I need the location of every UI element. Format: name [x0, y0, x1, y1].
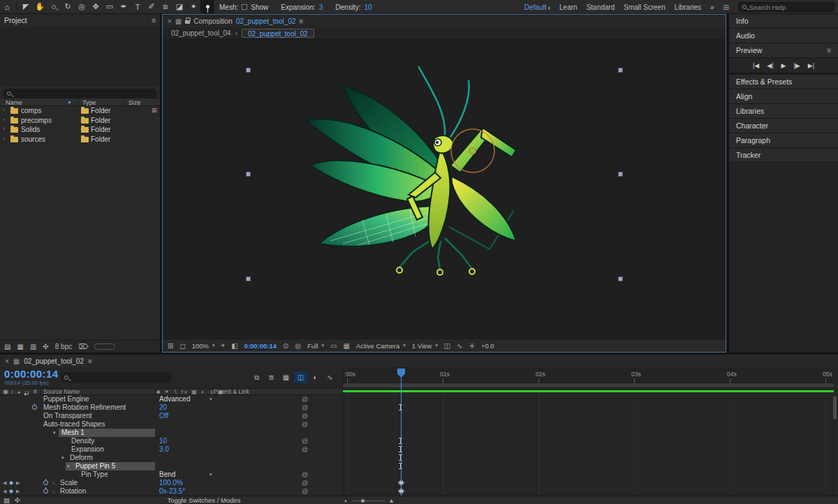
interpret-footage-icon[interactable]: ▤	[4, 343, 10, 350]
keyframe-toggle-icon[interactable]: ◆	[9, 479, 13, 487]
next-frame-button[interactable]: |▶	[793, 62, 800, 69]
project-row-sources[interactable]: › sources Folder	[0, 135, 160, 144]
value-scale[interactable]: 100.0%	[159, 479, 183, 487]
panel-menu-icon[interactable]: ≡	[152, 16, 156, 24]
hide-shy-layers-icon[interactable]: ▦	[279, 371, 293, 383]
pin-type-dropdown[interactable]: Bend	[159, 470, 175, 479]
solo-icon[interactable]: ●	[17, 389, 20, 395]
workspace-manager-icon[interactable]: ⊞	[723, 3, 729, 11]
previous-frame-button[interactable]: ◀|	[767, 62, 773, 69]
grid-guides-icon[interactable]: ⊞	[168, 342, 173, 350]
zoom-tool-icon[interactable]	[47, 0, 61, 13]
previous-keyframe-icon[interactable]: ◀	[3, 487, 6, 496]
zoom-out-icon[interactable]: ▲	[344, 498, 348, 503]
row-puppet-pin-5[interactable]: ▾ Puppet Pin 5	[0, 462, 342, 470]
sort-ascending-icon[interactable]: ▲	[67, 99, 72, 104]
pickwhip-icon[interactable]: @	[302, 412, 308, 420]
row-scale[interactable]: ◀ ◆ ▶ ∟ Scale 100.0% @	[0, 479, 342, 487]
brush-tool-icon[interactable]: ✐	[145, 0, 159, 13]
workspace-libraries[interactable]: Libraries	[675, 3, 701, 11]
panel-menu-icon[interactable]: ≡	[300, 17, 304, 25]
panel-paragraph[interactable]: Paragraph	[729, 133, 838, 148]
composition-viewport[interactable]	[163, 40, 726, 339]
twirl-icon[interactable]: ›	[3, 117, 5, 123]
keyframe-toggle-icon[interactable]: ◆	[9, 487, 13, 496]
pickwhip-icon[interactable]: @	[302, 395, 308, 403]
home-icon[interactable]: ⌂	[0, 0, 14, 13]
timeline-search[interactable]	[60, 372, 172, 383]
project-search[interactable]	[3, 89, 157, 98]
lock-icon[interactable]	[185, 20, 190, 24]
pickwhip-icon[interactable]: @	[302, 445, 308, 454]
zoom-select[interactable]: 100%▾	[192, 342, 215, 350]
pixel-aspect-icon[interactable]: ◫	[444, 342, 450, 350]
next-keyframe-icon[interactable]: ▶	[16, 487, 20, 496]
row-rotation[interactable]: ◀ ◆ ▶ ∟ Rotation 0x-23.5° @	[0, 487, 342, 496]
value-mesh-rotation-refinement[interactable]: 20	[159, 403, 167, 412]
previous-keyframe-icon[interactable]: ◀	[3, 479, 6, 487]
exposure-icon[interactable]: ✛	[469, 342, 475, 350]
camera-tool-icon[interactable]: ◎	[75, 0, 89, 13]
row-deform[interactable]: ▾ Deform	[0, 454, 342, 462]
twirl-icon[interactable]: ›	[3, 107, 5, 113]
type-tool-icon[interactable]: T	[131, 0, 145, 13]
pickwhip-icon[interactable]: @	[302, 403, 308, 412]
pickwhip-icon[interactable]: @	[302, 487, 308, 496]
timeline-zoom-control[interactable]: ▲ ▲	[344, 496, 395, 504]
row-expansion[interactable]: Expansion 3.0 @	[0, 445, 342, 454]
work-area-bar[interactable]	[343, 383, 834, 388]
camera-select[interactable]: Active Camera▾	[356, 342, 406, 350]
expand-layer-columns-icon[interactable]: ▤	[3, 496, 10, 504]
roi-icon[interactable]: ▭	[330, 342, 337, 350]
graph-editor-icon[interactable]: ∿	[323, 371, 337, 383]
composition-name[interactable]: 02_puppet_tool_02	[236, 17, 296, 25]
new-folder-icon[interactable]: ▦	[17, 343, 23, 350]
frame-blending-icon[interactable]: ◫	[294, 371, 307, 383]
row-puppet-engine[interactable]: Puppet Engine Advanced ▾ @	[0, 395, 342, 403]
column-name[interactable]: Name	[6, 99, 22, 106]
exposure-value[interactable]: +0.0	[481, 342, 494, 350]
help-search[interactable]	[738, 2, 835, 12]
toggle-switches-modes-button[interactable]: Toggle Switches / Modes	[148, 496, 260, 504]
panel-menu-icon[interactable]: ≡	[827, 46, 831, 54]
twirl-icon[interactable]: ›	[3, 135, 5, 142]
timeline-tab-name[interactable]: 02_puppet_tool_02	[24, 357, 84, 365]
expand-switches-icon[interactable]: ✣	[15, 496, 20, 504]
workspace-overflow-icon[interactable]: »	[710, 3, 714, 11]
rotation-tool-icon[interactable]: ↻	[61, 0, 75, 13]
panel-effects-presets[interactable]: Effects & Presets	[729, 75, 838, 89]
close-icon[interactable]: ×	[168, 17, 172, 25]
composition-mini-flowchart-icon[interactable]: ⧉	[250, 371, 263, 383]
zoom-slider-knob[interactable]	[361, 499, 365, 503]
row-pin-type[interactable]: Pin Type Bend ▾ @	[0, 470, 342, 479]
draft-3d-icon[interactable]: ≣	[265, 371, 278, 383]
composition-tab-label[interactable]: Composition	[193, 17, 233, 25]
mesh-handle[interactable]	[246, 68, 251, 73]
column-type[interactable]: Type	[82, 99, 96, 106]
mesh-handle[interactable]	[618, 68, 623, 73]
pickwhip-icon[interactable]: @	[302, 470, 308, 479]
snapshot-icon[interactable]: ⊙	[283, 342, 288, 350]
workspace-standard[interactable]: Standard	[587, 3, 615, 11]
twirl-open-icon[interactable]: ▾	[67, 462, 70, 470]
pickwhip-icon[interactable]: @	[302, 479, 308, 487]
panel-menu-icon[interactable]: ≡	[88, 357, 92, 365]
project-settings-icon[interactable]: ✣	[43, 343, 48, 350]
preview-timecode[interactable]: 0:00:00:14	[244, 342, 277, 350]
twirl-icon[interactable]: ›	[3, 126, 5, 132]
timeline-vertical-scrollbar[interactable]	[833, 395, 837, 496]
stopwatch-icon[interactable]	[43, 480, 48, 485]
clone-stamp-tool-icon[interactable]: ⧈	[159, 0, 172, 13]
row-on-transparent[interactable]: On Transparent Off @	[0, 412, 342, 420]
workspace-default[interactable]: Default▾	[524, 3, 550, 11]
transparency-grid-icon[interactable]: ▦	[344, 342, 350, 350]
bit-depth[interactable]: 8 bpc	[55, 343, 72, 350]
fast-preview-icon[interactable]: ∿	[457, 342, 462, 350]
row-density[interactable]: Density 10 @	[0, 437, 342, 445]
value-rotation[interactable]: 0x-23.5°	[159, 487, 185, 496]
close-icon[interactable]: ×	[5, 357, 9, 365]
mesh-handle[interactable]	[618, 172, 623, 177]
play-button[interactable]: ▶	[781, 62, 786, 69]
resolution-select[interactable]: Full▾	[307, 342, 324, 350]
pan-behind-tool-icon[interactable]: ✥	[89, 0, 103, 13]
